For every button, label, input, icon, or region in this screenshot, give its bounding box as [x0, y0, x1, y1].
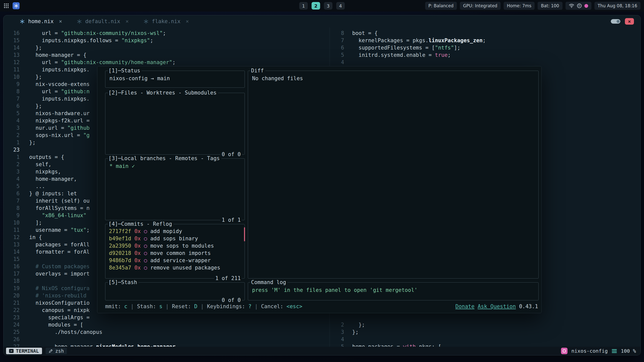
gpu-module[interactable]: GPU: Integrated [460, 2, 501, 10]
line-number: 8 [4, 88, 20, 95]
tab-close-icon[interactable]: × [126, 18, 129, 25]
pencil-icon [49, 349, 53, 353]
nix-file-icon [20, 19, 25, 24]
line-number: 5 [4, 110, 20, 117]
line-number: 21 [4, 299, 20, 307]
line-number: 16 [4, 263, 20, 270]
line-number: 12 [4, 59, 20, 66]
line-number: 27 [4, 343, 20, 347]
code-line: 2 }; [330, 321, 640, 329]
panel-title: [2]─Files - Worktrees - Submodules [108, 89, 218, 97]
commit-row[interactable]: 8e345a7 0x ○ remove unused packages [109, 264, 245, 272]
commit-row[interactable]: d920218 0x ○ move common imports [109, 250, 245, 257]
mode-indicator: > TERMINAL [6, 348, 42, 354]
shell-indicator[interactable]: zsh [46, 348, 67, 354]
line-number: 8 [4, 205, 20, 212]
tab-home.nix[interactable]: home.nix× [20, 18, 62, 25]
nix-file-icon [143, 19, 149, 24]
line-number: 19 [4, 285, 20, 292]
line-number: 2 [4, 132, 20, 139]
ping-module[interactable]: Home: 7ms [504, 2, 535, 10]
topbar: 1234 P: Balanced GPU: Integrated Home: 7… [0, 0, 644, 12]
tab-close-icon[interactable]: × [59, 18, 62, 25]
lazygit-links: Donate Ask Question 0.43.1 [455, 303, 538, 310]
line-number: 3 [330, 329, 344, 336]
line-number: 7 [4, 95, 20, 103]
line-number: 11 [4, 227, 20, 234]
lazygit-command-log-panel[interactable]: Command log press 'M' in the files panel… [248, 282, 539, 300]
workspace-button-3[interactable]: 3 [324, 2, 333, 10]
line-number: 5 [330, 52, 344, 59]
link-ask-question[interactable]: Ask Question [478, 303, 516, 309]
line-number: 20 [4, 292, 20, 299]
line-number: 1 [4, 139, 20, 146]
workspace-button-2[interactable]: 2 [312, 2, 320, 10]
code-line: 24 modules = [ [4, 321, 330, 329]
commit-row[interactable]: 2a23950 0x ○ move sops to modules [109, 242, 245, 250]
apps-grid-icon[interactable] [4, 3, 9, 9]
statusbar-right: nixos-config 100 % [561, 347, 638, 355]
panel-title: Command log [251, 279, 288, 286]
tab-close-icon[interactable]: × [186, 18, 189, 25]
lazygit-files-panel[interactable]: [2]─Files - Worktrees - Submodules 0 of … [105, 93, 245, 155]
link-donate[interactable]: Donate [455, 303, 474, 309]
line-number: 23 [4, 314, 20, 321]
window-status-bar: > TERMINAL zsh nixos-config [4, 347, 640, 355]
code-line: 3}; [330, 329, 640, 336]
line-number: 9 [4, 81, 20, 88]
tab-flake.nix[interactable]: flake.nix× [143, 18, 189, 25]
terminal-icon: > [9, 349, 14, 353]
commit-row[interactable]: 2717f2f 0x ○ add mopidy [109, 228, 245, 235]
line-number: 23 [4, 146, 20, 154]
lazygit-branches-panel[interactable]: [3]─Local branches - Remotes - Tags * ma… [105, 158, 245, 220]
power-profile-module[interactable]: P: Balanced [425, 2, 457, 10]
session-name: nixos-config [571, 347, 608, 355]
tab-list: home.nix×default.nix×flake.nix× [20, 18, 189, 25]
window-pin-toggle[interactable] [611, 19, 620, 24]
tab-bar: home.nix×default.nix×flake.nix× × [4, 15, 640, 27]
panel-title: [4]─Commits - Reflog [108, 220, 174, 228]
window-close-button[interactable]: × [625, 18, 634, 25]
notification-zero-icon[interactable]: 0 [577, 4, 582, 8]
panel-count: 1 of 211 [214, 275, 242, 282]
status-icons-module[interactable]: 0 [566, 2, 591, 10]
color-dot-icon[interactable] [584, 4, 588, 8]
panel-title: Diff [251, 67, 265, 74]
workspace-button-1[interactable]: 1 [299, 2, 308, 10]
panel-title: [3]─Local branches - Remotes - Tags [108, 155, 221, 162]
tab-default.nix[interactable]: default.nix× [77, 18, 129, 25]
line-number: 15 [4, 256, 20, 263]
commit-row[interactable]: 9486b7d 0x ○ add service-wrapper [109, 257, 245, 264]
line-number: 13 [4, 241, 20, 248]
wifi-icon[interactable] [569, 4, 574, 8]
topbar-left [4, 2, 20, 9]
line-number: 10 [4, 219, 20, 227]
line-number: 2 [4, 161, 20, 168]
lazygit-stash-panel[interactable]: [5]─Stash 0 of 0 [105, 282, 245, 300]
nix-badge-icon[interactable] [13, 2, 20, 9]
editor-area: 16 url = "github:nix-community/nixos-wsl… [4, 27, 640, 347]
command-log-message: press 'M' in the files panel to open 'gi… [248, 283, 538, 294]
code-line: 4 [330, 336, 640, 343]
commits-scrollbar[interactable] [244, 227, 245, 241]
battery-module[interactable]: Bat: 100 [538, 2, 562, 10]
line-number: 10 [4, 73, 20, 81]
nix-file-icon [77, 19, 82, 24]
lazygit-diff-panel[interactable]: Diff No changed files [248, 71, 539, 279]
line-number: 5 [330, 343, 344, 347]
workspace-button-4[interactable]: 4 [336, 2, 345, 10]
line-number: 6 [4, 190, 20, 197]
line-number: 12 [4, 234, 20, 241]
lazygit-commits-panel[interactable]: [4]─Commits - Reflog 2717f2f 0x ○ add mo… [105, 224, 245, 279]
code-line: 27 home-manager.nixosModules.home-manage… [4, 343, 330, 347]
commit-row[interactable]: b49ef1d 0x ○ add sops binary [109, 235, 245, 242]
line-number: 4 [330, 336, 344, 343]
clock-module[interactable]: Thu Aug 08, 18:16 [594, 2, 640, 10]
terminal-window: home.nix×default.nix×flake.nix× × 16 url… [3, 15, 641, 355]
list-icon [612, 349, 617, 353]
code-line: 13 home-manager = { [4, 52, 330, 59]
code-line: 8boot = { [330, 30, 640, 37]
line-number: 6 [4, 103, 20, 110]
lazygit-status-panel[interactable]: [1]─Status nixos-config → main [105, 71, 245, 88]
line-number: 9 [4, 212, 20, 219]
